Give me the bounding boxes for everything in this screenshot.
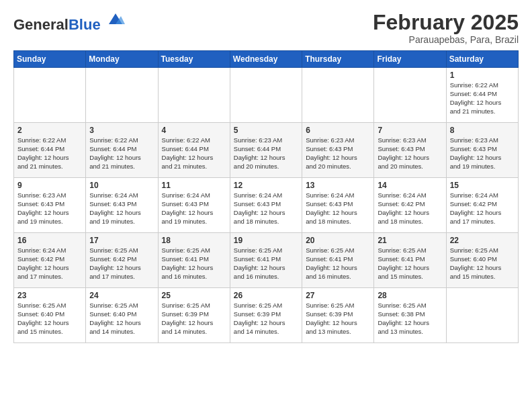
day-number: 22 bbox=[450, 236, 515, 245]
calendar-cell: 26Sunrise: 6:25 AM Sunset: 6:39 PM Dayli… bbox=[230, 288, 302, 343]
calendar-cell: 13Sunrise: 6:24 AM Sunset: 6:43 PM Dayli… bbox=[302, 178, 374, 233]
calendar-cell: 16Sunrise: 6:24 AM Sunset: 6:42 PM Dayli… bbox=[14, 233, 86, 288]
day-number: 24 bbox=[89, 291, 154, 300]
day-info: Sunrise: 6:24 AM Sunset: 6:42 PM Dayligh… bbox=[378, 191, 442, 226]
day-number: 5 bbox=[234, 126, 298, 135]
header: GeneralBlue February 2025 Parauapebas, P… bbox=[13, 11, 519, 45]
day-number: 7 bbox=[378, 126, 442, 135]
day-number: 8 bbox=[450, 126, 515, 135]
calendar-cell bbox=[230, 68, 302, 123]
header-sunday: Sunday bbox=[14, 51, 86, 68]
day-info: Sunrise: 6:25 AM Sunset: 6:39 PM Dayligh… bbox=[162, 302, 226, 336]
day-info: Sunrise: 6:24 AM Sunset: 6:43 PM Dayligh… bbox=[234, 191, 298, 226]
day-number: 16 bbox=[17, 236, 82, 245]
day-info: Sunrise: 6:22 AM Sunset: 6:44 PM Dayligh… bbox=[89, 136, 154, 171]
calendar-cell: 11Sunrise: 6:24 AM Sunset: 6:43 PM Dayli… bbox=[158, 178, 230, 233]
day-info: Sunrise: 6:23 AM Sunset: 6:44 PM Dayligh… bbox=[234, 136, 298, 171]
day-info: Sunrise: 6:25 AM Sunset: 6:41 PM Dayligh… bbox=[306, 246, 370, 281]
day-number: 1 bbox=[450, 71, 515, 80]
logo-general: General bbox=[13, 16, 69, 33]
day-info: Sunrise: 6:23 AM Sunset: 6:43 PM Dayligh… bbox=[450, 136, 515, 171]
logo-text: GeneralBlue bbox=[13, 11, 125, 33]
day-info: Sunrise: 6:22 AM Sunset: 6:44 PM Dayligh… bbox=[17, 136, 82, 171]
day-number: 21 bbox=[378, 236, 442, 245]
weekday-header-row: Sunday Monday Tuesday Wednesday Thursday… bbox=[14, 51, 519, 68]
day-number: 25 bbox=[162, 291, 226, 300]
calendar-cell: 17Sunrise: 6:25 AM Sunset: 6:42 PM Dayli… bbox=[86, 233, 158, 288]
day-info: Sunrise: 6:25 AM Sunset: 6:40 PM Dayligh… bbox=[89, 302, 154, 336]
calendar-week-2: 9Sunrise: 6:23 AM Sunset: 6:43 PM Daylig… bbox=[14, 178, 519, 233]
day-number: 28 bbox=[378, 291, 442, 300]
logo-icon bbox=[106, 11, 125, 30]
day-info: Sunrise: 6:25 AM Sunset: 6:42 PM Dayligh… bbox=[89, 246, 154, 281]
day-number: 6 bbox=[306, 126, 370, 135]
calendar-cell: 12Sunrise: 6:24 AM Sunset: 6:43 PM Dayli… bbox=[230, 178, 302, 233]
header-monday: Monday bbox=[86, 51, 158, 68]
calendar-week-4: 23Sunrise: 6:25 AM Sunset: 6:40 PM Dayli… bbox=[14, 288, 519, 343]
calendar-week-3: 16Sunrise: 6:24 AM Sunset: 6:42 PM Dayli… bbox=[14, 233, 519, 288]
day-number: 4 bbox=[162, 126, 226, 135]
calendar-cell: 2Sunrise: 6:22 AM Sunset: 6:44 PM Daylig… bbox=[14, 123, 86, 178]
day-number: 26 bbox=[234, 291, 298, 300]
day-info: Sunrise: 6:25 AM Sunset: 6:40 PM Dayligh… bbox=[17, 302, 82, 336]
day-info: Sunrise: 6:25 AM Sunset: 6:38 PM Dayligh… bbox=[378, 302, 442, 336]
day-number: 11 bbox=[162, 181, 226, 190]
calendar-cell: 27Sunrise: 6:25 AM Sunset: 6:39 PM Dayli… bbox=[302, 288, 374, 343]
calendar-subtitle: Parauapebas, Para, Brazil bbox=[373, 34, 519, 45]
calendar-cell: 10Sunrise: 6:24 AM Sunset: 6:43 PM Dayli… bbox=[86, 178, 158, 233]
day-info: Sunrise: 6:24 AM Sunset: 6:42 PM Dayligh… bbox=[450, 191, 515, 226]
day-number: 19 bbox=[234, 236, 298, 245]
logo-blue: Blue bbox=[69, 16, 101, 33]
calendar-cell: 8Sunrise: 6:23 AM Sunset: 6:43 PM Daylig… bbox=[446, 123, 518, 178]
calendar-cell: 9Sunrise: 6:23 AM Sunset: 6:43 PM Daylig… bbox=[14, 178, 86, 233]
header-thursday: Thursday bbox=[302, 51, 374, 68]
calendar-cell: 21Sunrise: 6:25 AM Sunset: 6:41 PM Dayli… bbox=[374, 233, 446, 288]
day-number: 17 bbox=[89, 236, 154, 245]
day-info: Sunrise: 6:22 AM Sunset: 6:44 PM Dayligh… bbox=[162, 136, 226, 171]
day-number: 14 bbox=[378, 181, 442, 190]
calendar-table: Sunday Monday Tuesday Wednesday Thursday… bbox=[13, 50, 519, 343]
day-info: Sunrise: 6:24 AM Sunset: 6:43 PM Dayligh… bbox=[89, 191, 154, 226]
day-info: Sunrise: 6:23 AM Sunset: 6:43 PM Dayligh… bbox=[306, 136, 370, 171]
calendar-cell: 25Sunrise: 6:25 AM Sunset: 6:39 PM Dayli… bbox=[158, 288, 230, 343]
day-number: 3 bbox=[89, 126, 154, 135]
day-info: Sunrise: 6:25 AM Sunset: 6:39 PM Dayligh… bbox=[234, 302, 298, 336]
calendar-cell bbox=[302, 68, 374, 123]
day-info: Sunrise: 6:25 AM Sunset: 6:40 PM Dayligh… bbox=[450, 246, 515, 281]
day-number: 13 bbox=[306, 181, 370, 190]
day-number: 23 bbox=[17, 291, 82, 300]
calendar-cell: 22Sunrise: 6:25 AM Sunset: 6:40 PM Dayli… bbox=[446, 233, 518, 288]
day-info: Sunrise: 6:25 AM Sunset: 6:41 PM Dayligh… bbox=[162, 246, 226, 281]
calendar-cell: 15Sunrise: 6:24 AM Sunset: 6:42 PM Dayli… bbox=[446, 178, 518, 233]
calendar-cell: 5Sunrise: 6:23 AM Sunset: 6:44 PM Daylig… bbox=[230, 123, 302, 178]
calendar-cell: 6Sunrise: 6:23 AM Sunset: 6:43 PM Daylig… bbox=[302, 123, 374, 178]
calendar-title: February 2025 bbox=[373, 11, 519, 34]
day-info: Sunrise: 6:24 AM Sunset: 6:43 PM Dayligh… bbox=[306, 191, 370, 226]
calendar-week-1: 2Sunrise: 6:22 AM Sunset: 6:44 PM Daylig… bbox=[14, 123, 519, 178]
calendar-cell: 23Sunrise: 6:25 AM Sunset: 6:40 PM Dayli… bbox=[14, 288, 86, 343]
logo: GeneralBlue bbox=[13, 11, 125, 33]
calendar-cell bbox=[158, 68, 230, 123]
header-friday: Friday bbox=[374, 51, 446, 68]
day-number: 20 bbox=[306, 236, 370, 245]
day-info: Sunrise: 6:25 AM Sunset: 6:41 PM Dayligh… bbox=[234, 246, 298, 281]
day-info: Sunrise: 6:23 AM Sunset: 6:43 PM Dayligh… bbox=[17, 191, 82, 226]
day-number: 2 bbox=[17, 126, 82, 135]
day-info: Sunrise: 6:25 AM Sunset: 6:39 PM Dayligh… bbox=[306, 302, 370, 336]
day-number: 27 bbox=[306, 291, 370, 300]
header-saturday: Saturday bbox=[446, 51, 518, 68]
calendar-cell: 24Sunrise: 6:25 AM Sunset: 6:40 PM Dayli… bbox=[86, 288, 158, 343]
day-info: Sunrise: 6:24 AM Sunset: 6:42 PM Dayligh… bbox=[17, 246, 82, 281]
title-block: February 2025 Parauapebas, Para, Brazil bbox=[373, 11, 519, 45]
day-info: Sunrise: 6:22 AM Sunset: 6:44 PM Dayligh… bbox=[450, 81, 515, 116]
day-info: Sunrise: 6:25 AM Sunset: 6:41 PM Dayligh… bbox=[378, 246, 442, 281]
calendar-cell: 4Sunrise: 6:22 AM Sunset: 6:44 PM Daylig… bbox=[158, 123, 230, 178]
header-tuesday: Tuesday bbox=[158, 51, 230, 68]
calendar-week-0: 1Sunrise: 6:22 AM Sunset: 6:44 PM Daylig… bbox=[14, 68, 519, 123]
calendar-cell: 3Sunrise: 6:22 AM Sunset: 6:44 PM Daylig… bbox=[86, 123, 158, 178]
calendar-cell bbox=[446, 288, 518, 343]
header-wednesday: Wednesday bbox=[230, 51, 302, 68]
calendar-cell: 1Sunrise: 6:22 AM Sunset: 6:44 PM Daylig… bbox=[446, 68, 518, 123]
calendar-cell bbox=[86, 68, 158, 123]
day-number: 9 bbox=[17, 181, 82, 190]
